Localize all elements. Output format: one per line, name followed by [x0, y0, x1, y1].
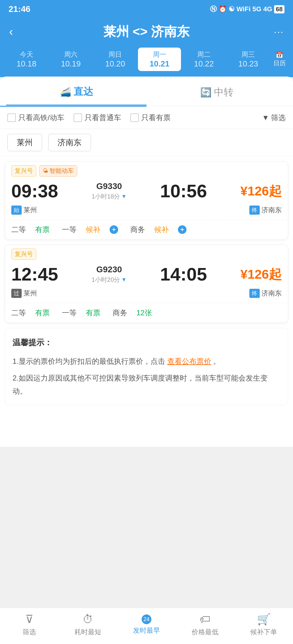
train-1-arrive-time: 10:56 — [160, 182, 207, 200]
train-2-tickets: 二等 有票 一等 有票 商务 12张 — [5, 303, 288, 323]
notice-line2: 2.如因运力原因或其他不可控因素导致列车调度调整时，当前车型可能会发生变动。 — [13, 371, 280, 398]
date-tab-sat[interactable]: 周六 10.19 — [49, 48, 92, 71]
advanced-filter-button[interactable]: ▼ 筛选 — [262, 113, 286, 123]
transfer-icon: 🔄 — [200, 87, 212, 98]
status-time: 21:46 — [9, 4, 31, 14]
tab-transfer[interactable]: 🔄 中转 — [146, 77, 287, 106]
main-content: 🚄 直达 🔄 中转 只看高铁/动车 只看普通车 只看有票 ▼ 筛选 莱州 — [0, 77, 293, 447]
train-2-business-avail: 12张 — [136, 308, 152, 318]
notice-line1: 1.显示的票价均为折扣后的最低执行票价，点击 查看公布票价 。 — [13, 355, 280, 368]
train-1-first-plus[interactable]: + — [110, 225, 118, 234]
notice-title: 温馨提示： — [13, 335, 280, 350]
train-1-stations: 始 莱州 终 济南东 — [5, 206, 288, 220]
cart-icon: 🛒 — [257, 613, 271, 626]
earliest-badge: 24 — [142, 614, 151, 624]
date-tab-mon[interactable]: 周一 10.21 — [138, 48, 181, 71]
train-2-stations: 过 莱州 终 济南东 — [5, 289, 288, 303]
date-tab-tue[interactable]: 周二 10.22 — [182, 48, 225, 71]
calendar-button[interactable]: 📅 日历 — [271, 50, 288, 69]
smart-tag-1: 🌤 智能动车 — [39, 165, 77, 177]
back-button[interactable]: ‹ — [9, 25, 27, 38]
train-1-price: ¥126起 — [241, 183, 282, 200]
train-card-2[interactable]: 复兴号 12:45 G9230 1小时20分 ▼ 14:05 ¥126起 过 莱… — [5, 245, 288, 323]
train-2-middle: G9230 1小时20分 ▼ — [92, 265, 127, 284]
train-1-duration: 1小时18分 ▼ — [92, 192, 127, 201]
status-bar: 21:46 Ⓝ ⏰ ☯ WiFi 5G 4G 68 — [0, 0, 293, 17]
train-2-first-avail: 有票 — [86, 308, 100, 318]
fuxing-tag-1: 复兴号 — [11, 165, 36, 177]
train-1-second-avail: 有票 — [35, 225, 50, 234]
nav-cheapest[interactable]: 🏷 价格最低 — [176, 613, 234, 637]
notice-card: 温馨提示： 1.显示的票价均为折扣后的最低执行票价，点击 查看公布票价 。 2.… — [5, 328, 288, 405]
train-2-number: G9230 — [96, 265, 122, 274]
clock-icon: ⏱ — [82, 613, 93, 626]
date-navigation: 今天 10.18 周六 10.19 周日 10.20 周一 10.21 周二 1… — [0, 48, 293, 77]
battery-level: 68 — [274, 5, 284, 13]
train-1-number: G9330 — [96, 181, 122, 191]
search-tabs: 🚄 直达 🔄 中转 — [0, 77, 293, 106]
checkbox-highspeed[interactable] — [7, 113, 16, 122]
bottom-navigation: ⊽ 筛选 ⏱ 耗时最短 24 发时最早 🏷 价格最低 🛒 候补下单 — [0, 608, 293, 644]
nav-filter[interactable]: ⊽ 筛选 — [0, 613, 59, 637]
train-1-first-avail: 候补 — [86, 225, 100, 234]
train-2-main: 12:45 G9230 1小时20分 ▼ 14:05 ¥126起 — [5, 262, 288, 289]
train-1-business-avail: 候补 — [154, 225, 169, 234]
date-tab-sun[interactable]: 周日 10.20 — [94, 48, 137, 71]
nav-earliest[interactable]: 24 发时最早 — [117, 614, 176, 635]
train-1-main: 09:38 G9330 1小时18分 ▼ 10:56 ¥126起 — [5, 178, 288, 206]
notice-link[interactable]: 查看公布票价 — [167, 357, 211, 365]
train-1-business-plus[interactable]: + — [178, 225, 186, 234]
checkbox-normal[interactable] — [74, 113, 82, 122]
price-icon: 🏷 — [200, 613, 211, 626]
date-tab-wed[interactable]: 周三 10.23 — [227, 48, 270, 71]
filter-normal[interactable]: 只看普通车 — [74, 113, 121, 123]
train-2-price: ¥126起 — [241, 266, 282, 283]
date-tab-today[interactable]: 今天 10.18 — [5, 48, 48, 71]
fuxing-tag-2: 复兴号 — [11, 249, 36, 260]
header: ‹ 莱州 <> 济南东 ··· — [0, 17, 293, 48]
station-selector: 莱州 济南东 — [0, 129, 293, 156]
train-1-header: 复兴号 🌤 智能动车 — [5, 162, 288, 178]
nav-waitlist[interactable]: 🛒 候补下单 — [234, 613, 293, 637]
train-1-tickets: 二等 有票 一等 候补 + 商务 候补 + — [5, 220, 288, 239]
train-2-second-avail: 有票 — [35, 308, 50, 318]
to-station[interactable]: 济南东 — [48, 134, 91, 151]
train-1-middle: G9330 1小时18分 ▼ — [92, 181, 127, 201]
direct-icon: 🚄 — [60, 87, 71, 97]
route-title: 莱州 <> 济南东 — [27, 23, 266, 40]
train-2-depart-time: 12:45 — [11, 265, 58, 284]
tab-direct[interactable]: 🚄 直达 — [6, 77, 146, 106]
checkbox-ticket[interactable] — [130, 113, 139, 122]
from-station[interactable]: 莱州 — [7, 134, 42, 151]
nav-shortest[interactable]: ⏱ 耗时最短 — [59, 613, 117, 637]
filter-options: 只看高铁/动车 只看普通车 只看有票 ▼ 筛选 — [0, 107, 293, 129]
status-icons: Ⓝ ⏰ ☯ WiFi 5G 4G 68 — [210, 5, 284, 14]
more-button[interactable]: ··· — [266, 26, 284, 38]
filter-highspeed[interactable]: 只看高铁/动车 — [7, 113, 64, 123]
train-2-header: 复兴号 — [5, 245, 288, 262]
filter-icon: ⊽ — [25, 613, 33, 626]
filter-ticket[interactable]: 只看有票 — [130, 113, 171, 123]
train-card-1[interactable]: 复兴号 🌤 智能动车 09:38 G9330 1小时18分 ▼ 10:56 ¥1… — [5, 161, 288, 240]
train-2-duration: 1小时20分 ▼ — [92, 276, 127, 284]
train-1-depart-time: 09:38 — [11, 182, 58, 200]
train-2-arrive-time: 14:05 — [160, 265, 207, 284]
